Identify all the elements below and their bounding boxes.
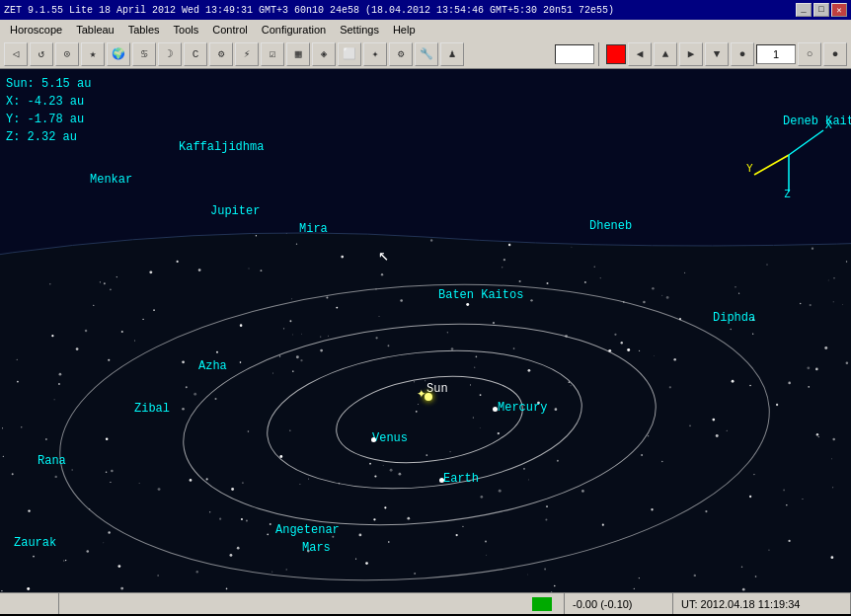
tb-btn-16[interactable]: ⚙ [389, 42, 413, 66]
tb-arrow-up[interactable]: ▲ [654, 42, 677, 66]
tb-btn-5[interactable]: 🌍 [107, 42, 130, 66]
label-venus: Venus [372, 431, 408, 445]
tb-btn-1[interactable]: ◁ [4, 42, 28, 66]
tb-arrow-left[interactable]: ◀ [628, 42, 652, 66]
tb-circle[interactable]: ○ [798, 42, 821, 66]
tb-btn-11[interactable]: ☑ [261, 42, 284, 66]
tb-btn-4[interactable]: ★ [81, 42, 105, 66]
menubar: Horoscope Tableau Tables Tools Control C… [0, 20, 851, 39]
tb-btn-3[interactable]: ⊙ [55, 42, 79, 66]
label-jupiter: Jupiter [210, 204, 260, 218]
minimize-button[interactable]: _ [796, 3, 812, 17]
x-coord: X: -4.23 au [6, 93, 91, 111]
label-earth: Earth [443, 472, 479, 486]
main-view[interactable]: Sun: 5.15 au X: -4.23 au Y: -1.78 au Z: … [0, 69, 851, 592]
label-zaurak: Zaurak [14, 536, 56, 550]
label-mercury: Mercury [498, 401, 547, 415]
status-coord: -0.00 (-0.10) [565, 593, 673, 614]
tb-btn-14[interactable]: ⬜ [338, 42, 361, 66]
tb-arrow-down[interactable]: ▼ [705, 42, 729, 66]
toolbar-input[interactable] [555, 44, 594, 64]
svg-text:X: X [825, 118, 832, 131]
tb-btn-2[interactable]: ↺ [30, 42, 53, 66]
label-azha: Azha [198, 359, 227, 373]
close-button[interactable]: ✕ [831, 3, 847, 17]
status-empty-left [0, 593, 59, 614]
label-kaffaljidhma: Kaffaljidhma [179, 140, 264, 154]
menu-tools[interactable]: Tools [168, 23, 205, 37]
tb-btn-6[interactable]: ♋ [132, 42, 156, 66]
tb-dot[interactable]: ● [731, 42, 754, 66]
toolbar-number[interactable] [756, 44, 796, 64]
tb-btn-8[interactable]: C [184, 42, 207, 66]
tb-filled-circle[interactable]: ● [823, 42, 847, 66]
maximize-button[interactable]: □ [813, 3, 829, 17]
tb-btn-17[interactable]: 🔧 [415, 42, 438, 66]
axis-indicator: X Y Z [744, 111, 833, 199]
tb-arrow-right[interactable]: ▶ [679, 42, 703, 66]
sun-cross-icon: ✦ [417, 383, 426, 402]
color-picker[interactable] [606, 44, 626, 64]
status-green-indicator [520, 593, 565, 614]
label-mars: Mars [302, 541, 331, 555]
sky-svg [0, 69, 851, 592]
earth-dot [439, 478, 444, 483]
titlebar: ZET 9.1.55 Lite 18 April 2012 Wed 13:49:… [0, 0, 851, 20]
tb-sep [598, 42, 602, 66]
svg-line-5 [754, 155, 789, 175]
label-rana: Rana [38, 454, 66, 468]
svg-point-3 [50, 262, 780, 592]
label-diphda: Diphda [713, 311, 755, 325]
label-zibal: Zibal [134, 402, 170, 416]
green-light [532, 597, 552, 611]
mercury-dot [493, 407, 498, 412]
menu-configuration[interactable]: Configuration [256, 23, 332, 37]
label-mira: Mira [299, 222, 328, 236]
menu-tableau[interactable]: Tableau [70, 23, 120, 37]
toolbar: ◁ ↺ ⊙ ★ 🌍 ♋ ☽ C ⚙ ⚡ ☑ ▦ ◈ ⬜ ✦ ⚙ 🔧 ♟ ◀ ▲ … [0, 39, 851, 69]
label-menkar: Menkar [90, 173, 132, 187]
title-text: ZET 9.1.55 Lite 18 April 2012 Wed 13:49:… [4, 5, 614, 16]
svg-text:Z: Z [784, 188, 791, 199]
tb-btn-7[interactable]: ☽ [158, 42, 182, 66]
svg-point-1 [261, 337, 588, 503]
menu-settings[interactable]: Settings [334, 23, 385, 37]
window-controls: _ □ ✕ [796, 3, 847, 17]
tb-btn-9[interactable]: ⚙ [209, 42, 233, 66]
svg-point-2 [175, 305, 664, 543]
tb-btn-15[interactable]: ✦ [363, 42, 387, 66]
mouse-cursor: ↖ [378, 244, 389, 266]
tb-btn-13[interactable]: ◈ [312, 42, 336, 66]
svg-text:Y: Y [746, 162, 753, 175]
menu-control[interactable]: Control [206, 23, 253, 37]
menu-horoscope[interactable]: Horoscope [4, 23, 68, 37]
menu-tables[interactable]: Tables [122, 23, 166, 37]
svg-line-4 [789, 130, 823, 155]
venus-dot [371, 437, 376, 442]
coord-info: Sun: 5.15 au X: -4.23 au Y: -1.78 au Z: … [6, 75, 91, 146]
menu-help[interactable]: Help [387, 23, 422, 37]
status-datetime: UT: 2012.04.18 11:19:34 [673, 593, 851, 614]
sun-coord: Sun: 5.15 au [6, 75, 91, 93]
tb-btn-12[interactable]: ▦ [286, 42, 310, 66]
z-coord: Z: 2.32 au [6, 128, 91, 146]
statusbar: -0.00 (-0.10) UT: 2012.04.18 11:19:34 [0, 592, 851, 614]
tb-btn-10[interactable]: ⚡ [235, 42, 259, 66]
label-angetenar: Angetenar [275, 523, 340, 537]
label-dheneb: Dheneb [589, 219, 632, 233]
tb-btn-18[interactable]: ♟ [440, 42, 464, 66]
y-coord: Y: -1.78 au [6, 111, 91, 128]
label-baten-kaitos: Baten Kaitos [438, 288, 523, 302]
